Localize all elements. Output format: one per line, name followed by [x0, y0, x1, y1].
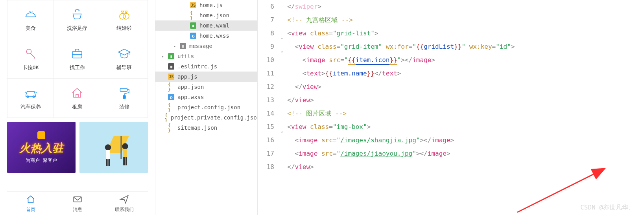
file-node[interactable]: JSapp.js: [155, 72, 257, 82]
file-node[interactable]: JShome.js: [155, 0, 257, 10]
file-type-icon: JS: [168, 74, 174, 80]
file-type-icon: ▮: [168, 53, 174, 59]
svg-rect-13: [108, 159, 110, 166]
svg-rect-6: [120, 88, 127, 92]
tab-home[interactable]: 首页: [7, 192, 54, 215]
svg-rect-18: [74, 197, 81, 202]
file-type-icon: JS: [190, 2, 196, 8]
svg-rect-16: [123, 157, 125, 165]
file-label: home.js: [199, 2, 223, 8]
file-type-icon: { }: [168, 104, 174, 110]
briefcase-icon: [70, 47, 84, 61]
file-type-icon: ▮: [180, 43, 186, 49]
house-icon: [70, 86, 84, 100]
svg-rect-17: [125, 157, 127, 165]
line-number: 15⌄: [258, 120, 280, 134]
svg-rect-7: [123, 96, 125, 99]
file-label: home.wxss: [199, 33, 229, 39]
twisty-icon: ▸: [173, 44, 177, 48]
grid-item[interactable]: 汽车保养: [7, 79, 54, 118]
tab-label: 消息: [73, 206, 82, 213]
fold-icon[interactable]: ⌄: [280, 44, 283, 57]
file-node[interactable]: ◉.eslintrc.js: [155, 61, 257, 72]
grid-item-label: 美食: [26, 25, 36, 32]
fold-icon[interactable]: ⌄: [280, 124, 283, 138]
home-icon: [26, 194, 36, 206]
tab-label: 联系我们: [115, 206, 134, 213]
grid-item[interactable]: 卡拉OK: [7, 39, 54, 79]
roller-icon: [117, 86, 131, 100]
grid-item-label: 汽车保养: [20, 103, 41, 110]
file-node[interactable]: ▸▮message: [155, 41, 257, 51]
file-node[interactable]: ▸▮utils: [155, 51, 257, 61]
svg-rect-9: [120, 136, 122, 159]
tabbar: 首页消息联系我们: [7, 191, 148, 215]
svg-point-10: [105, 144, 111, 150]
file-label: .eslintrc.js: [177, 63, 217, 70]
food-icon: [24, 7, 38, 22]
grid-list: 美食洗浴足疗结婚啦卡拉OK找工作辅导班汽车保养租房装修: [7, 0, 148, 118]
gradcap-icon: [117, 47, 131, 61]
line-number: 12: [258, 80, 280, 94]
grid-item[interactable]: 找工作: [54, 39, 101, 79]
file-node[interactable]: { }sitemap.json: [155, 123, 257, 133]
tab-send[interactable]: 联系我们: [101, 192, 148, 215]
file-node[interactable]: { }project.config.json: [155, 102, 257, 112]
file-node[interactable]: ◆home.wxml: [155, 20, 257, 31]
grid-item-label: 装修: [119, 103, 129, 110]
file-label: home.wxml: [199, 22, 229, 29]
rings-icon: [117, 7, 131, 22]
grid-item-label: 卡拉OK: [22, 64, 39, 71]
watermark: CSDN @亦世凡华、: [580, 204, 635, 212]
grid-item[interactable]: 装修: [101, 79, 148, 118]
file-label: message: [189, 43, 212, 49]
file-node[interactable]: ◐home.wxss: [155, 31, 257, 41]
file-label: app.json: [177, 84, 204, 90]
grid-item-label: 洗浴足疗: [67, 25, 87, 32]
tab-label: 首页: [26, 206, 35, 213]
grid-item[interactable]: 美食: [7, 0, 54, 39]
file-node[interactable]: { }app.json: [155, 82, 257, 92]
grid-item-label: 租房: [72, 103, 82, 110]
shower-icon: [70, 7, 84, 22]
grid-item[interactable]: 辅导班: [101, 39, 148, 79]
svg-rect-12: [106, 159, 108, 166]
grid-item[interactable]: 结婚啦: [101, 0, 148, 39]
line-number: 13: [258, 94, 280, 107]
line-number: 9⌄: [258, 40, 280, 53]
grid-item-label: 辅导班: [116, 64, 132, 71]
file-type-icon: { }: [190, 12, 196, 18]
mobile-preview: 美食洗浴足疗结婚啦卡拉OK找工作辅导班汽车保养租房装修 火热入驻 为商户 聚客户: [0, 0, 155, 215]
file-label: app.js: [177, 74, 197, 80]
file-type-icon: ◐: [168, 94, 174, 100]
banner-jiaoyou[interactable]: [79, 122, 148, 173]
file-type-icon: ◆: [190, 22, 196, 29]
file-node[interactable]: ◐app.wxss: [155, 92, 257, 102]
fold-icon[interactable]: ⌄: [280, 31, 283, 44]
file-node[interactable]: { }home.json: [155, 10, 257, 20]
svg-rect-15: [123, 149, 127, 157]
file-explorer[interactable]: JShome.js{ }home.json◆home.wxml◐home.wxs…: [155, 0, 258, 215]
line-number: 11: [258, 67, 280, 80]
grid-item[interactable]: 租房: [54, 79, 101, 118]
file-label: home.json: [199, 12, 229, 18]
car-icon: [24, 86, 38, 100]
svg-rect-11: [106, 150, 110, 160]
grid-item-label: 找工作: [70, 64, 85, 71]
mail-icon: [72, 194, 83, 206]
file-type-icon: { }: [168, 125, 174, 131]
code-editor[interactable]: 6 </swiper> 7 <!-- 九宫格区域 --> 8⌄ <view cl…: [258, 0, 644, 215]
tab-mail[interactable]: 消息: [54, 192, 101, 215]
grid-item[interactable]: 洗浴足疗: [54, 0, 101, 39]
line-number: 10: [258, 53, 280, 67]
twisty-icon: ▸: [162, 54, 165, 59]
banner-shangjia[interactable]: 火热入驻 为商户 聚客户: [7, 122, 76, 173]
line-number: 6: [258, 0, 280, 13]
file-label: app.wxss: [177, 94, 204, 100]
line-number: 7: [258, 13, 280, 27]
file-node[interactable]: { }project.private.config.json: [155, 112, 257, 123]
file-type-icon: { }: [168, 84, 174, 90]
file-label: project.config.json: [177, 104, 240, 110]
send-icon: [119, 194, 129, 206]
svg-point-14: [122, 143, 128, 149]
